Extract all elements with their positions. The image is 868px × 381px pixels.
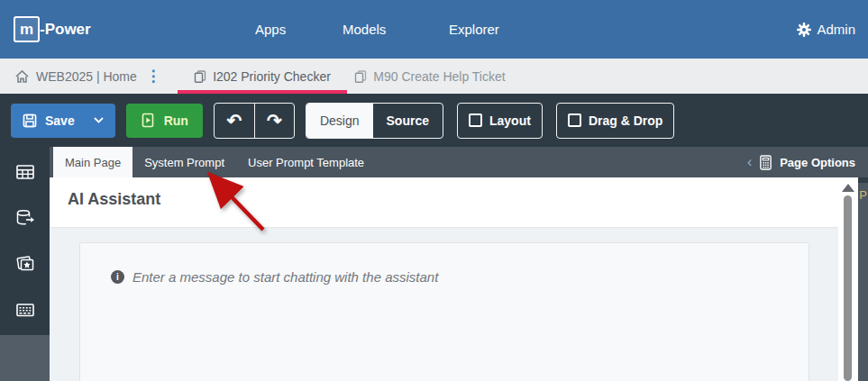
logo-text: -Power [40,21,91,39]
design-source-toggle: Design Source [306,103,443,139]
drag-drop-checkbox[interactable] [568,113,581,127]
pages-icon [354,70,367,83]
design-canvas: AI Assistant i Enter a message to start … [50,177,838,381]
home-breadcrumb-label: WEB2025 | Home [36,69,137,84]
gear-icon [797,23,811,37]
session-tab-create-help-ticket[interactable]: M90 Create Help Ticket [353,59,507,94]
keyboard-icon[interactable] [15,300,35,320]
editor-toolbar: Save Run ↶ ↷ Design Source Layout [0,94,868,147]
page-options-icon [759,155,772,170]
vertical-scrollbar[interactable] [838,177,858,381]
source-mode-label: Source [387,113,429,128]
tab-user-prompt-template[interactable]: User Prompt Template [236,147,376,177]
home-breadcrumb[interactable]: WEB2025 | Home [15,59,137,94]
run-button[interactable]: Run [126,104,203,138]
admin-label: Admin [817,22,855,37]
session-tab-label: M90 Create Help Ticket [373,69,505,84]
pages-icon [194,70,206,83]
nav-item-explorer-label: Explorer [449,22,499,37]
nav-item-explorer[interactable]: Explorer [449,0,499,59]
assistant-empty-hint: i Enter a message to start chatting with… [111,269,438,285]
tab-main-page-label: Main Page [65,156,121,169]
floppy-disk-icon [23,113,37,128]
layout-toggle-button[interactable]: Layout [457,103,543,139]
session-tab-priority-checker[interactable]: I202 Priority Checker [178,59,347,94]
gallery-star-icon[interactable] [15,254,35,274]
design-mode-label: Design [320,113,360,128]
collapsed-properties-strip[interactable]: P [858,177,868,381]
undo-redo-group: ↶ ↷ [214,103,295,139]
undo-button[interactable]: ↶ [215,104,254,138]
save-button[interactable]: Save [11,104,115,138]
run-file-play-icon [141,113,155,128]
sidebar-lower-section [0,335,50,381]
assistant-chat-panel: i Enter a message to start chatting with… [79,242,809,381]
top-navbar: m-Power Apps Models Explorer Admin [0,0,868,59]
left-icon-sidebar [0,147,50,381]
save-dropdown-caret-icon[interactable] [94,117,104,123]
strip-vertical-label: P [858,188,868,202]
strip-top-shade [858,177,868,183]
page-tab-bar: Main Page System Prompt User Prompt Temp… [50,147,868,177]
admin-menu[interactable]: Admin [797,0,855,59]
logo-m-icon: m [14,16,40,42]
nav-item-models-label: Models [343,22,386,37]
database-export-icon[interactable] [15,208,35,228]
nav-item-models[interactable]: Models [343,0,386,59]
source-mode-button[interactable]: Source [373,104,443,138]
scrollbar-up-arrow[interactable] [842,184,854,192]
tab-user-prompt-template-label: User Prompt Template [248,156,364,169]
mpower-logo[interactable]: m-Power [14,16,91,42]
session-tab-label: I202 Priority Checker [213,69,331,84]
editor-main-area: Main Page System Prompt User Prompt Temp… [50,147,868,381]
canvas-background: i Enter a message to start chatting with… [50,227,838,381]
tab-system-prompt[interactable]: System Prompt [132,147,236,177]
undo-icon: ↶ [227,110,242,132]
info-icon: i [111,270,124,284]
assistant-empty-message: Enter a message to start chatting with t… [132,269,438,285]
redo-button[interactable]: ↷ [254,104,294,138]
redo-icon: ↷ [267,110,282,132]
tab-system-prompt-label: System Prompt [144,156,224,169]
nav-item-apps-label: Apps [255,22,286,37]
mpower-app-window: m-Power Apps Models Explorer Admin [0,0,868,381]
save-button-label: Save [45,113,75,128]
tab-main-page[interactable]: Main Page [53,147,132,177]
page-options-label: Page Options [780,156,855,169]
drag-drop-toggle-button[interactable]: Drag & Drop [556,103,674,139]
session-tab-strip: WEB2025 | Home ⋮ I202 Priority Checker M… [0,59,868,94]
table-icon[interactable] [15,162,35,182]
layout-checkbox[interactable] [469,113,482,127]
workspace: Main Page System Prompt User Prompt Temp… [0,147,868,381]
page-options-button[interactable]: ‹ Page Options [747,147,868,177]
nav-item-apps[interactable]: Apps [255,0,286,59]
layout-toggle-label: Layout [489,113,531,128]
home-icon [15,70,29,83]
run-button-label: Run [164,113,188,128]
page-title: AI Assistant [68,190,160,209]
chevron-left-icon[interactable]: ‹ [747,154,752,170]
design-mode-button[interactable]: Design [306,104,373,138]
session-tab-menu-kebab-icon[interactable]: ⋮ [144,59,162,94]
drag-drop-toggle-label: Drag & Drop [589,113,662,128]
scrollbar-thumb[interactable] [844,195,852,381]
